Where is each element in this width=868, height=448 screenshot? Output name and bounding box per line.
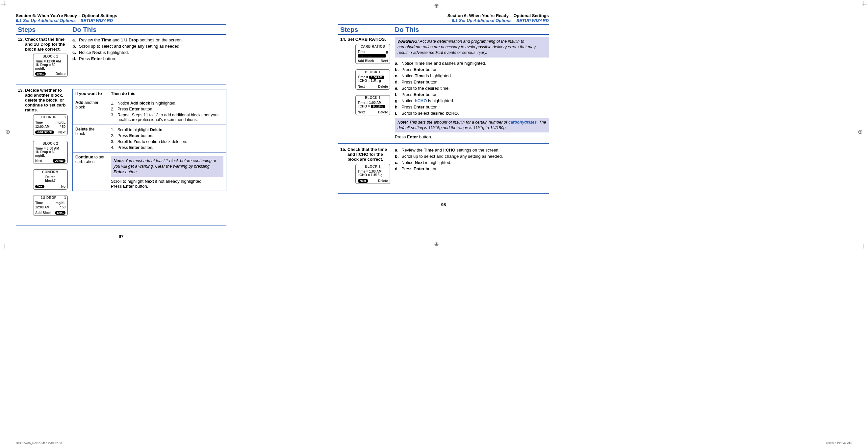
reg-mark-icon: ⊕ [434,241,439,248]
device-screen: BLOCK 2 Time = 3:00 AM1U Drop = 60 mg/dL… [33,141,68,164]
section-subtitle: 6.1 Set Up Additional Options – SETUP WI… [338,18,549,23]
device-screen: BLOCK 1 Time = 1:00 AM I:CHO = 1U/-- g N… [355,69,390,90]
reg-mark-icon: ⊕ [858,128,863,135]
divider [338,193,549,194]
section-title: Section 6: When You're Ready – Optional … [338,13,549,18]
page-number: 97 [16,234,226,239]
device-screen: CARB RATIOS Timeg --:-- -- ---- Add Bloc… [355,44,390,64]
page-97: Section 6: When You're Ready – Optional … [16,13,226,239]
divider [338,24,549,25]
column-headers: Steps Do This [16,26,226,35]
divider [16,225,226,226]
step-12: 12. Check that the time and 1U Drop for … [16,35,226,83]
reg-mark-icon: ⊕ [434,2,439,9]
divider [16,84,226,84]
device-next-button: Next [35,72,46,76]
note-box: Note: You must add at least 1 block befo… [111,156,223,177]
decision-table: If you want toThen do this Add another b… [72,89,226,191]
col-steps: Steps [338,26,395,34]
reg-mark-icon: ⊕ [5,128,10,135]
page-98: Section 6: When You're Ready – Optional … [338,13,549,239]
section-title: Section 6: When You're Ready – Optional … [16,13,226,18]
col-do-this: Do This [395,26,549,34]
note-box: Note: This sets the amount of insulin fo… [395,118,549,133]
device-screen: 1U DROP1 Timemg/dL 12:00 AM* 50 Add Bloc… [33,114,68,135]
device-screen: BLOCK 1 Time = 1:00 AMI:CHO = 1U/15 g Ne… [355,164,390,184]
section-subtitle: 6.1 Set Up Additional Options – SETUP WI… [16,18,226,23]
divider [16,24,226,25]
device-screen: BLOCK 1 Time = 12:00 AM 1U Drop = 50 mg/… [33,54,68,77]
page-number: 98 [338,202,549,207]
device-screen: CONFIRM Deleteblock? YesNo [33,169,68,189]
col-steps: Steps [16,26,72,34]
col-do-this: Do This [72,26,226,34]
step-15: 15. Check that the time and I:CHO for th… [338,145,549,191]
device-screen: 1U DROP1 Timemg/dL 12:00 AM* 50 Add Bloc… [33,195,68,216]
column-headers: Steps Do This [338,26,549,35]
divider [338,143,549,144]
step-14: 14. Set CARB RATIOS. CARB RATIOS Timeg -… [338,35,549,143]
device-screen: BLOCK 1 Time = 1:00 AM I:CHO = 1U/15 g N… [355,95,390,115]
warning-box: WARNING: Accurate determination and prog… [395,37,549,58]
step-13: 13. Decide whether to add another block,… [16,86,226,222]
